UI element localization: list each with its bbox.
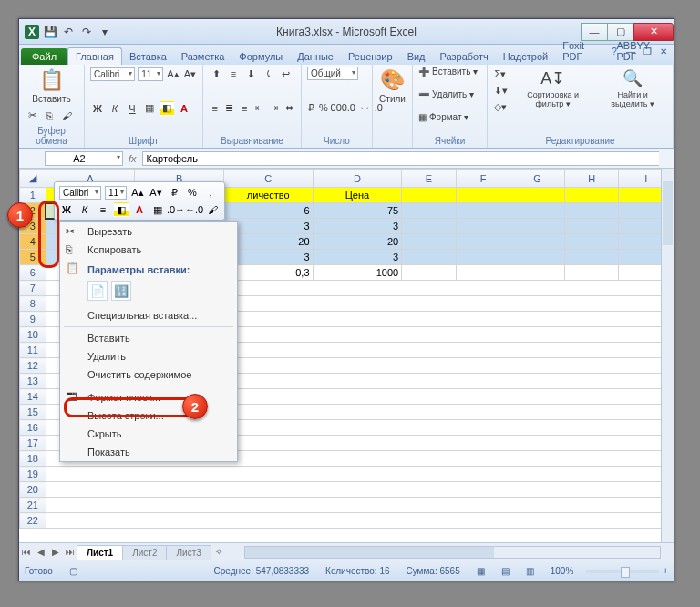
row-header[interactable]: 21: [20, 498, 46, 513]
col-header[interactable]: E: [402, 170, 457, 188]
ctx-insert[interactable]: Вставить: [60, 329, 237, 347]
zoom-slider[interactable]: [586, 570, 659, 573]
doc-min-icon[interactable]: —: [624, 46, 637, 57]
paste-opt-default[interactable]: 📄: [88, 281, 108, 301]
inc-decimal-icon[interactable]: .0→: [349, 100, 364, 115]
row-header[interactable]: 19: [20, 467, 46, 482]
ctx-copy[interactable]: ⎘Копировать: [60, 241, 237, 259]
row-header[interactable]: 20: [20, 482, 46, 498]
help-icon[interactable]: ?: [608, 46, 621, 57]
orientation-icon[interactable]: ⤹: [261, 67, 275, 81]
sheet-tab[interactable]: Лист1: [77, 545, 123, 560]
shrink-font-icon[interactable]: A▾: [183, 67, 197, 81]
tab-review[interactable]: Рецензир: [341, 48, 400, 65]
tab-data[interactable]: Данные: [290, 48, 341, 65]
macro-record-icon[interactable]: ▢: [69, 566, 77, 576]
ctx-paste-special[interactable]: Специальная вставка...: [60, 306, 237, 324]
row-header[interactable]: 6: [20, 265, 46, 281]
font-name-combo[interactable]: Calibri: [90, 67, 135, 81]
row-header[interactable]: 16: [20, 420, 46, 436]
save-icon[interactable]: 💾: [43, 25, 57, 39]
mini-inc-decimal-icon[interactable]: .0→: [169, 202, 183, 217]
tab-nav-first-icon[interactable]: ⏮: [19, 547, 34, 557]
doc-restore-icon[interactable]: ❐: [641, 46, 654, 57]
row-header[interactable]: 17: [20, 436, 46, 451]
row-header[interactable]: 22: [20, 513, 46, 529]
row-header[interactable]: 13: [20, 374, 46, 389]
zoom-out-icon[interactable]: −: [577, 566, 582, 576]
styles-button[interactable]: 🎨 Стили: [378, 67, 407, 106]
mini-font-color-icon[interactable]: A: [132, 202, 147, 217]
mini-comma-icon[interactable]: ,: [203, 185, 218, 200]
find-select-button[interactable]: 🔍Найти и выделить ▾: [598, 67, 667, 110]
bold-icon[interactable]: Ж: [90, 101, 105, 116]
mini-dec-decimal-icon[interactable]: ←.0: [187, 202, 201, 217]
font-color-icon[interactable]: A: [177, 101, 191, 116]
tab-nav-next-icon[interactable]: ▶: [48, 547, 63, 557]
fill-color-icon[interactable]: ◧: [160, 101, 174, 116]
zoom-in-icon[interactable]: +: [663, 566, 668, 576]
percent-icon[interactable]: %: [318, 100, 329, 115]
align-center-icon[interactable]: ≣: [223, 101, 235, 116]
autosum-icon[interactable]: Σ▾: [493, 67, 508, 81]
col-header[interactable]: D: [313, 170, 402, 188]
mini-border-icon[interactable]: ▦: [150, 202, 165, 217]
wrap-text-icon[interactable]: ↩: [278, 67, 293, 81]
ctx-delete[interactable]: Удалить: [60, 347, 237, 365]
mini-percent-icon[interactable]: %: [185, 185, 200, 200]
undo-icon[interactable]: ↶: [61, 25, 76, 39]
clear-icon[interactable]: ◇▾: [493, 99, 508, 114]
row-header[interactable]: 18: [20, 451, 46, 467]
col-header[interactable]: F: [456, 170, 510, 188]
grow-font-icon[interactable]: A▴: [166, 67, 180, 81]
comma-icon[interactable]: 000: [332, 100, 346, 115]
indent-inc-icon[interactable]: ⇥: [268, 101, 280, 116]
align-top-icon[interactable]: ⬆: [209, 67, 223, 81]
format-painter-icon[interactable]: 🖌: [59, 108, 74, 123]
tab-home[interactable]: Главная: [67, 47, 122, 65]
italic-icon[interactable]: К: [108, 101, 122, 116]
mini-bold-icon[interactable]: Ж: [59, 202, 74, 217]
indent-dec-icon[interactable]: ⇤: [253, 101, 265, 116]
merge-icon[interactable]: ⬌: [283, 101, 295, 116]
mini-fill-icon[interactable]: ◧: [114, 202, 129, 217]
copy-icon[interactable]: ⎘: [42, 108, 57, 123]
col-header[interactable]: H: [564, 170, 619, 188]
tab-nav-prev-icon[interactable]: ◀: [34, 547, 48, 557]
cells-insert[interactable]: ➕ Вставить ▾: [418, 67, 481, 77]
file-tab[interactable]: Файл: [21, 48, 67, 65]
row-header[interactable]: 7: [20, 281, 46, 296]
sort-filter-button[interactable]: A↧Сортировка и фильтр ▾: [513, 67, 592, 110]
align-left-icon[interactable]: ≡: [209, 101, 221, 116]
mini-shrink-font-icon[interactable]: A▾: [149, 185, 163, 200]
qat-more-icon[interactable]: ▾: [98, 25, 112, 39]
view-normal-icon[interactable]: ▦: [477, 566, 485, 576]
align-right-icon[interactable]: ≡: [239, 101, 251, 116]
row-header[interactable]: 15: [20, 405, 46, 420]
ctx-clear[interactable]: Очистить содержимое: [60, 365, 237, 384]
ctx-show[interactable]: Показать: [60, 443, 237, 461]
tab-foxit[interactable]: Foxit PDF: [555, 37, 609, 65]
row-header[interactable]: 14: [20, 389, 46, 405]
view-layout-icon[interactable]: ▤: [501, 566, 510, 576]
ctx-cut[interactable]: ✂Вырезать: [60, 222, 237, 241]
tab-view[interactable]: Вид: [400, 48, 433, 65]
row-header[interactable]: 8: [20, 296, 46, 312]
fill-icon[interactable]: ⬇▾: [493, 83, 508, 98]
fx-icon[interactable]: fx: [129, 153, 137, 164]
new-sheet-icon[interactable]: ✧: [211, 547, 226, 557]
mini-italic-icon[interactable]: К: [77, 202, 92, 217]
vertical-scrollbar[interactable]: [661, 169, 674, 542]
mini-align-icon[interactable]: ≡: [96, 202, 110, 217]
ctx-hide[interactable]: Скрыть: [60, 425, 237, 443]
row-header[interactable]: 12: [20, 358, 46, 374]
sheet-tab[interactable]: Лист3: [166, 545, 211, 560]
tab-developer[interactable]: Разработч: [433, 48, 496, 65]
align-middle-icon[interactable]: ≡: [226, 67, 241, 81]
formula-input[interactable]: Картофель: [142, 151, 659, 166]
redo-icon[interactable]: ↷: [79, 25, 94, 39]
paste-button[interactable]: 📋 Вставить: [25, 67, 78, 106]
currency-icon[interactable]: ₽: [307, 100, 315, 115]
underline-icon[interactable]: Ч: [125, 101, 139, 116]
tab-nav-last-icon[interactable]: ⏭: [63, 547, 77, 557]
